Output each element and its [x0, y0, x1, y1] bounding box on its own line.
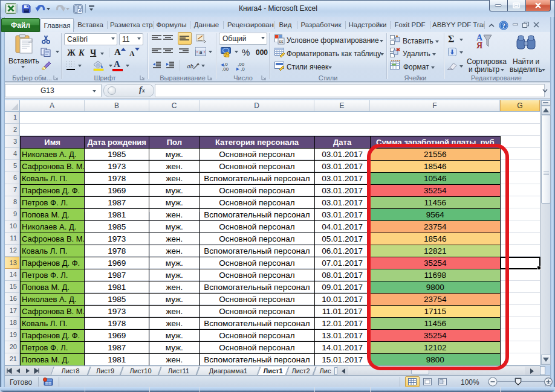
svg-text:,00: ,00 [222, 66, 229, 71]
svg-text:a: a [200, 49, 203, 55]
svg-text:?: ? [502, 22, 505, 29]
svg-text:,0: ,0 [241, 66, 245, 71]
svg-text:ss: ss [279, 39, 284, 43]
svg-text:ab: ab [187, 62, 194, 69]
